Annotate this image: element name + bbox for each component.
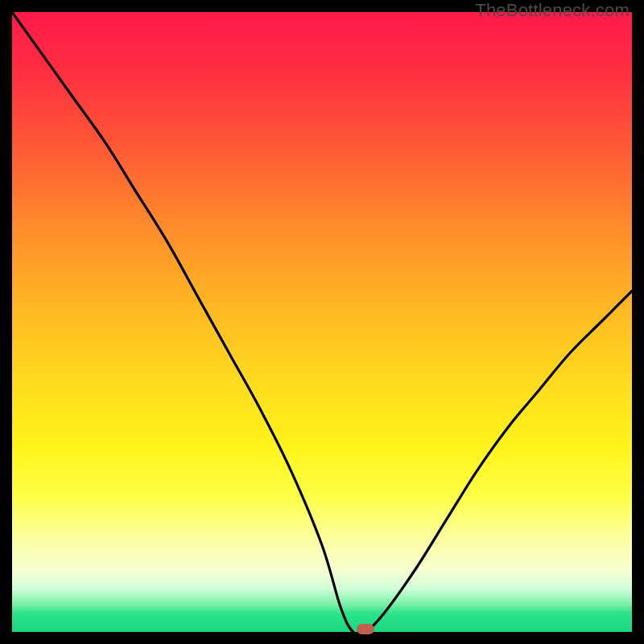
chart-plot-area [12, 12, 632, 632]
watermark-text: TheBottleneck.com [475, 0, 630, 21]
bottleneck-curve [12, 12, 632, 632]
optimal-point-marker [357, 624, 374, 634]
